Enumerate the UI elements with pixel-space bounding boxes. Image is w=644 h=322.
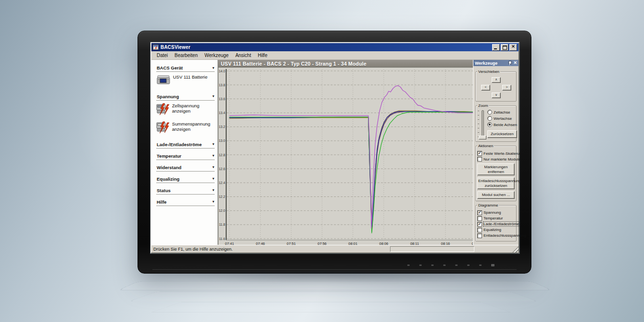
checkbox-equalizing[interactable]: Equalizing: [477, 228, 515, 232]
checkbox-label: Feste Werte-Skalierung: [483, 151, 524, 156]
slider-ticks: [478, 111, 479, 138]
voltage-chart[interactable]: 14.013.813.613.413.213.012.812.612.412.2…: [218, 68, 482, 246]
zoom-reset-button[interactable]: Zurücksetzen: [487, 130, 517, 138]
minimize-button[interactable]: [492, 44, 500, 51]
action-button-markierungen-entfernen[interactable]: Markierungen entfernen: [477, 163, 515, 175]
svg-text:11.8: 11.8: [219, 223, 225, 226]
sum-voltage-icon: [156, 121, 170, 134]
sidebar-item-summenspannung-anzeigen[interactable]: Summenspannung anzeigen: [156, 119, 215, 137]
menu-item-hilfe[interactable]: Hilfe: [254, 52, 271, 58]
status-text: Drücken Sie F1, um die Hilfe anzuzeigen.: [153, 247, 233, 252]
chevron-down-icon: ▾: [212, 200, 214, 204]
resize-grip[interactable]: [512, 246, 518, 253]
sidebar-section-widerstand[interactable]: Widerstand▾: [156, 163, 215, 172]
zoom-group-label: Zoom: [477, 104, 489, 108]
zoom-group: Zoom ZeitachseWertachseBeide AchsenZurüc…: [475, 105, 517, 142]
radio-zeitachse[interactable]: Zeitachse: [487, 110, 517, 115]
bezel-edge: [152, 269, 517, 270]
reflection: [117, 281, 552, 290]
action-button-modul-suchen[interactable]: Modul suchen ...: [477, 191, 515, 199]
pan-up-button[interactable]: ∧: [492, 77, 501, 83]
pan-group: Verschieben ∧<>∨: [475, 71, 517, 102]
slider-thumb[interactable]: [479, 136, 486, 139]
maximize-button[interactable]: [501, 44, 508, 51]
svg-text:14.0: 14.0: [218, 69, 225, 73]
svg-text:13.0: 13.0: [218, 139, 225, 142]
close-button[interactable]: ✕: [509, 44, 517, 51]
zoom-slider[interactable]: [477, 110, 485, 139]
chevron-down-icon: ▾: [212, 188, 214, 192]
tools-panel-title: Werkzeuge: [475, 61, 497, 66]
status-bar: Drücken Sie F1, um die Hilfe anzuzeigen.: [151, 245, 518, 253]
svg-text:12.6: 12.6: [218, 167, 225, 171]
checkbox-temperatur[interactable]: Temperatur: [477, 216, 515, 221]
menu-item-bearbeiten[interactable]: Bearbeiten: [171, 52, 201, 58]
menu-item-datei[interactable]: Datei: [153, 52, 171, 58]
sidebar-section-label: Widerstand: [157, 165, 182, 170]
monitor-bezel: BACSViewer ✕ DateiBearbeitenWerkzeugeAns…: [138, 31, 531, 274]
pin-icon[interactable]: [508, 61, 511, 65]
tools-close-icon[interactable]: ✕: [513, 61, 517, 65]
checkbox-spannung[interactable]: ✓Spannung: [477, 210, 515, 215]
sidebar-section-lade-entladestr-me[interactable]: Lade-/Entladeströme▾: [156, 140, 215, 149]
checkbox-entladeschlussspannung[interactable]: Entladeschlussspannung: [477, 233, 515, 238]
chart-plot-area[interactable]: 14.013.813.613.413.213.012.812.612.412.2…: [218, 68, 473, 245]
diagrams-group: Diagramme ✓SpannungTemperatur✓Lade-/Entl…: [475, 205, 517, 242]
chart-column: USV 111 Batterie - BACS 2 - Typ C20 - St…: [218, 60, 473, 245]
pan-right-button[interactable]: >: [502, 85, 511, 91]
checkbox-icon: ✓: [477, 210, 482, 215]
sidebar-section-temperatur[interactable]: Temperatur▾: [156, 152, 215, 160]
svg-text:12.8: 12.8: [218, 153, 225, 157]
checkbox-label: Equalizing: [483, 228, 501, 232]
checkbox-icon: [477, 216, 482, 221]
cell-voltage-icon: [156, 103, 170, 115]
radio-beide-achsen[interactable]: Beide Achsen: [487, 122, 517, 127]
svg-text:12.4: 12.4: [218, 181, 225, 184]
menu-item-werkzeuge[interactable]: Werkzeuge: [201, 52, 232, 58]
menu-item-ansicht[interactable]: Ansicht: [232, 52, 254, 58]
tools-panel: Werkzeuge ✕ Verschieben ∧<>∨ Zoom: [473, 60, 518, 245]
menu-bar: DateiBearbeitenWerkzeugeAnsichtHilfe: [151, 51, 518, 60]
checkbox-feste-werte-skalierung[interactable]: ✓Feste Werte-Skalierung: [477, 151, 515, 156]
checkbox-label: Entladeschlussspannung: [483, 233, 526, 238]
svg-text:13.6: 13.6: [218, 97, 225, 101]
ups-device-icon: [156, 74, 171, 86]
chevron-down-icon: ▾: [212, 154, 214, 158]
radio-label: Beide Achsen: [494, 123, 517, 127]
bacsviewer-window: BACSViewer ✕ DateiBearbeitenWerkzeugeAns…: [150, 42, 519, 253]
radio-label: Wertachse: [494, 116, 512, 121]
sidebar-item-usv-111-batterie[interactable]: USV 111 Batterie: [156, 72, 215, 89]
checkbox-nur-markierte-module[interactable]: Nur markierte Module: [477, 157, 515, 161]
action-button-entladeschlussspannung-zur-cksetzen[interactable]: Entladeschlussspannung zurücksetzen: [477, 177, 515, 189]
sidebar-item-zellspannung-anzeigen[interactable]: Zellspannung anzeigen: [156, 101, 215, 119]
chevron-down-icon: ▾: [212, 66, 214, 70]
radio-icon: [487, 122, 492, 127]
slider-rail: [482, 110, 484, 138]
radio-icon: [487, 110, 492, 115]
checkbox-lade-entladestr-me[interactable]: ✓Lade-/Entladeströme: [477, 222, 515, 227]
svg-text:12.0: 12.0: [218, 209, 225, 212]
chevron-down-icon: ▾: [212, 94, 214, 98]
pan-down-button[interactable]: ∨: [492, 92, 501, 98]
sidebar-section-label: BACS Gerät: [157, 65, 183, 70]
sidebar-section-label: Status: [157, 188, 171, 193]
sidebar-section-equalizing[interactable]: Equalizing▾: [156, 175, 215, 183]
pan-left-button[interactable]: <: [481, 85, 490, 91]
sidebar-section-bacs-ger-t[interactable]: BACS Gerät▾: [156, 64, 215, 72]
sidebar-section-hilfe[interactable]: Hilfe▾: [156, 198, 215, 206]
checkbox-icon: [477, 233, 482, 238]
radio-label: Zeitachse: [494, 110, 510, 115]
sidebar-item-label: Zellspannung anzeigen: [172, 103, 215, 114]
radio-wertachse[interactable]: Wertachse: [487, 116, 517, 121]
checkbox-label: Nur markierte Module: [483, 157, 520, 161]
chevron-down-icon: ▾: [212, 177, 214, 181]
sidebar-section-status[interactable]: Status▾: [156, 186, 215, 195]
sidebar-section-spannung[interactable]: Spannung▾: [156, 92, 215, 101]
sidebar-section-label: Hilfe: [157, 199, 167, 205]
tools-panel-titlebar[interactable]: Werkzeuge ✕: [473, 60, 518, 66]
checkbox-label: Lade-/Entladeströme: [483, 222, 519, 226]
chevron-down-icon: ▾: [212, 165, 214, 169]
window-titlebar[interactable]: BACSViewer ✕: [151, 43, 518, 51]
reflection: [128, 291, 539, 301]
reflection: [151, 302, 510, 312]
